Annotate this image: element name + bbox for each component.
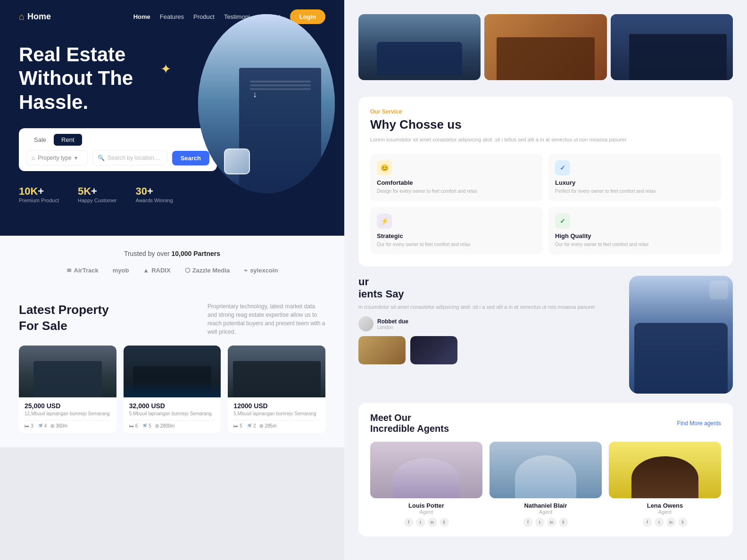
reviewer-name: Robbet due [377, 318, 408, 325]
service-label: Our Service [370, 108, 721, 115]
reviewer-row: Robbet due London [358, 316, 620, 331]
partners-title: Trusted by over 10,000 Partners [19, 250, 325, 257]
middle-right-section: urients Say m icsumdolor sit amet conast… [358, 276, 733, 394]
agent-socials-2: f t in li [490, 518, 602, 527]
stat-number-premium: 10K+ [19, 185, 59, 198]
building-img-top-1 [358, 14, 481, 80]
facebook-icon[interactable]: f [643, 518, 652, 527]
property-large-image [629, 276, 733, 394]
property-card: 32,000 USD 5,Mbuuil lapnangan bumrejo Se… [124, 346, 221, 433]
partner-sylexcoin: ⌁ sylexcoin [244, 267, 278, 274]
partners-section: Trusted by over 10,000 Partners ≋ AirTra… [0, 236, 344, 288]
agent-name-3: Lena Owens [609, 502, 721, 509]
instagram-icon[interactable]: in [666, 518, 676, 527]
why-card-luxury: ✓ Luxury Perfect for every owner to feel… [548, 154, 721, 201]
search-row: ⌂ Property type ▾ 🔍 Search by location..… [26, 150, 209, 165]
instagram-icon[interactable]: in [547, 518, 556, 527]
building-thumb-1 [358, 336, 406, 364]
reviewer-location: London [377, 325, 408, 330]
property-features-2: 🛏 6 🚿 5 ⊞ 2800m [129, 423, 216, 428]
area-2: ⊞ 2800m [155, 423, 175, 428]
building-img-top-3 [611, 14, 733, 80]
strategic-desc: Our for every owner to feel comfort and … [377, 241, 536, 248]
logo[interactable]: ⌂ Home [19, 11, 51, 22]
strategic-title: Strategic [377, 232, 536, 239]
property-type-dropdown[interactable]: ⌂ Property type ▾ [26, 150, 88, 165]
building-img-top-2 [484, 14, 606, 80]
property-address-1: 12,Mbuuil lapnangan bumrejo Semarang [25, 411, 111, 416]
area-icon: ⊞ [50, 423, 54, 428]
property-features-3: 🛏 5 🚿 2 ⊞ 285m [233, 423, 320, 428]
instagram-icon[interactable]: in [428, 518, 437, 527]
home-icon: ⌂ [32, 155, 35, 161]
linkedin-icon[interactable]: li [440, 518, 449, 527]
twitter-icon[interactable]: t [535, 518, 545, 527]
property-info-3: 12000 USD 5,Mbuuil lapnangan bumrejo Sem… [228, 397, 325, 433]
bedrooms-2: 🛏 6 [129, 423, 138, 428]
agent-card-1: Louis Potter Agent f t in li [370, 442, 482, 527]
agents-grid: Louis Potter Agent f t in li [370, 442, 721, 527]
bath-icon: 🚿 [246, 423, 252, 428]
chevron-down-icon: ▾ [75, 155, 77, 161]
partner-myob: myob [113, 267, 129, 274]
why-card-strategic: ⚡ Strategic Our for every owner to feel … [370, 207, 543, 255]
stat-label-awards: Awards Winning [136, 198, 173, 203]
bath-icon: 🚿 [37, 423, 43, 428]
building-thumbnails [358, 336, 620, 364]
latest-property-header: Latest PropertyFor Sale Proprientary tec… [19, 302, 325, 336]
partner-radix: ▲ RADIX [143, 267, 170, 274]
why-card-comfortable: 😊 Comfortable Design for every owner to … [370, 154, 543, 201]
bathrooms-1: 🚿 4 [37, 423, 47, 428]
property-large-image-inner [629, 276, 733, 394]
building-thumb-2 [410, 336, 457, 364]
partner-zazzle: ⬡ Zazzle Media [185, 267, 230, 274]
facebook-icon[interactable]: f [404, 518, 414, 527]
stat-label-happy: Happy Customer [78, 198, 117, 203]
area-3: ⊞ 285m [259, 423, 276, 428]
luxury-title: Luxury [555, 179, 714, 186]
property-card: 12000 USD 5,Mbuuil lapnangan bumrejo Sem… [228, 346, 325, 433]
clients-desc: m icsumdolor sit amet conastetur adipsic… [358, 303, 620, 311]
agent-photo-3 [609, 442, 721, 498]
location-search-container: 🔍 Search by location.... [92, 150, 167, 165]
testimonials-area: urients Say m icsumdolor sit amet conast… [358, 276, 620, 394]
nav-features[interactable]: Features [160, 13, 184, 20]
tab-rent[interactable]: Rent [54, 134, 82, 146]
agent-name-1: Louis Potter [370, 502, 482, 509]
quality-desc: Our for every owner to feel comfort and … [555, 241, 714, 248]
strategic-icon: ⚡ [377, 214, 392, 229]
latest-property-title: Latest PropertyFor Sale [19, 302, 109, 334]
stat-label-premium: Premium Product [19, 198, 59, 203]
bed-icon: 🛏 [233, 423, 238, 428]
find-more-agents-link[interactable]: Find More agents [677, 420, 721, 427]
zazzle-icon: ⬡ [185, 267, 190, 274]
bed-icon: 🛏 [129, 423, 134, 428]
agents-title: Meet OurIncredible Agents [370, 412, 449, 434]
property-address-3: 5,Mbuuil lapnangan bumrejo Semarang [233, 411, 320, 416]
why-card-quality: ✓ High Quality Our for every owner to fe… [548, 207, 721, 255]
agent-name-2: Nathaniel Blair [490, 502, 602, 509]
bath-icon: 🚿 [141, 423, 147, 428]
agents-section: Meet OurIncredible Agents Find More agen… [358, 403, 733, 536]
comfortable-icon: 😊 [377, 160, 392, 175]
property-overlay-card [224, 148, 250, 174]
nav-home[interactable]: Home [133, 13, 150, 20]
stat-awards: 30+ Awards Winning [136, 185, 173, 203]
quality-title: High Quality [555, 232, 714, 239]
area-icon: ⊞ [259, 423, 263, 428]
property-image-1 [19, 346, 116, 397]
why-desc: Lorem icsumdolor sit amet conastetur adi… [370, 136, 721, 144]
linkedin-icon[interactable]: li [559, 518, 568, 527]
facebook-icon[interactable]: f [523, 518, 533, 527]
star-decoration: ✦ [160, 61, 171, 77]
search-tabs: Sale Rent [26, 134, 209, 146]
why-grid: 😊 Comfortable Design for every owner to … [370, 154, 721, 255]
twitter-icon[interactable]: t [416, 518, 425, 527]
property-image-3 [228, 346, 325, 397]
latest-property-desc: Proprientary technology, latest market d… [208, 302, 325, 336]
partners-logos: ≋ AirTrack myob ▲ RADIX ⬡ Zazzle Media ⌁… [19, 267, 325, 274]
twitter-icon[interactable]: t [655, 518, 664, 527]
property-info-2: 32,000 USD 5,Mbuuil lapnangan bumrejo Se… [124, 397, 221, 433]
tab-sale[interactable]: Sale [26, 134, 54, 146]
linkedin-icon[interactable]: li [678, 518, 688, 527]
